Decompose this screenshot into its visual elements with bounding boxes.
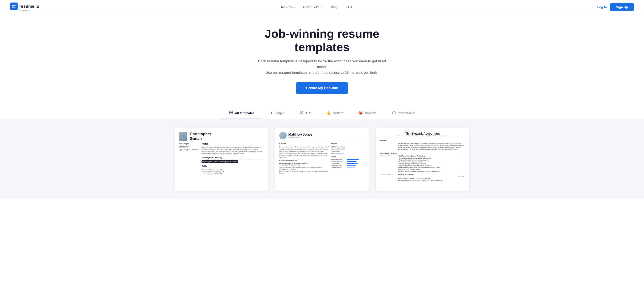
- tab-simple[interactable]: ✦ Simple: [262, 108, 292, 119]
- tab-ats-label: ATS: [305, 111, 311, 115]
- all-templates-icon: [229, 110, 233, 116]
- signup-button[interactable]: Sign Up: [610, 3, 634, 11]
- modern-icon: 🤙: [326, 111, 331, 116]
- header: resume.io by career.io Resume Cover Lett…: [0, 0, 644, 14]
- header-tim: Tim Stewart, Accountant 8 0Gold Street, …: [380, 132, 465, 138]
- svg-rect-5: [231, 111, 233, 112]
- category-tabs: All templates ✦ Simple ATS 🤙 Modern 🦊 Cr…: [0, 102, 644, 119]
- svg-rect-0: [12, 5, 14, 6]
- hero-title: Job-winning resume templates: [248, 27, 396, 54]
- role-matthew: Financial Analyst: [288, 136, 312, 138]
- tab-professional[interactable]: Professional: [384, 108, 423, 119]
- employment-tim: Employment History Nov 201 — Sep 201 Sta…: [380, 152, 465, 181]
- professional-icon: [392, 110, 396, 116]
- tab-ats[interactable]: ATS: [292, 108, 319, 119]
- ats-icon: [299, 110, 304, 116]
- create-resume-button[interactable]: Create My Resume: [296, 82, 348, 94]
- nav-resume[interactable]: Resume: [281, 5, 295, 9]
- svg-rect-1: [14, 5, 16, 6]
- templates-section: ChristopherGonan Psychologist cg52@yahoo…: [0, 119, 644, 199]
- side-matthew: Details 333 Oklahoma RoadNew York, NY 10…: [332, 142, 365, 174]
- nav-faq[interactable]: FAQ: [346, 5, 352, 9]
- svg-rect-3: [14, 6, 16, 8]
- nav-cover-letter[interactable]: Cover Letter: [303, 5, 323, 9]
- svg-point-13: [281, 133, 284, 136]
- sidebar-christopher: Psychologist cg52@yahoo.com(405) 741-518…: [179, 143, 200, 175]
- simple-icon: ✦: [270, 111, 273, 116]
- hero-section: Job-winning resume templates Each resume…: [0, 14, 644, 102]
- name-matthew: Matthew Jones: [288, 133, 312, 136]
- creative-icon: 🦊: [358, 111, 363, 116]
- svg-rect-2: [12, 6, 14, 8]
- template-card-christopher[interactable]: ChristopherGonan Psychologist cg52@yahoo…: [174, 128, 268, 191]
- svg-rect-7: [231, 113, 233, 114]
- svg-point-11: [182, 134, 184, 137]
- main-christopher: Profile Dedicated Psychologist with vast…: [202, 143, 264, 175]
- tab-simple-label: Simple: [274, 111, 284, 115]
- login-button[interactable]: Log In: [597, 5, 607, 9]
- profile-tim: Profile Certified Accountant with five y…: [380, 140, 465, 150]
- avatar-matthew: [279, 132, 286, 139]
- nav-divider: [594, 5, 594, 10]
- name-christopher: ChristopherGonan: [190, 132, 211, 141]
- tab-creative-label: Creative: [365, 111, 376, 115]
- nav-blog[interactable]: Blog: [331, 5, 337, 9]
- tab-all-templates[interactable]: All templates: [221, 108, 262, 119]
- svg-rect-6: [229, 113, 231, 114]
- main-nav: Resume Cover Letter Blog FAQ: [281, 5, 352, 9]
- template-card-tim[interactable]: Tim Stewart, Accountant 8 0Gold Street, …: [376, 128, 470, 191]
- logo-text: resume.io: [19, 4, 39, 9]
- hero-subtitle: Each resume template is designed to foll…: [257, 58, 387, 76]
- avatar-christopher: [179, 132, 187, 141]
- tab-modern[interactable]: 🤙 Modern: [319, 108, 351, 119]
- svg-point-12: [181, 137, 185, 140]
- tab-all-label: All templates: [235, 111, 254, 115]
- template-card-matthew[interactable]: Matthew Jones Financial Analyst ● Profil…: [275, 128, 369, 191]
- svg-rect-4: [229, 111, 231, 112]
- tab-professional-label: Professional: [398, 111, 415, 115]
- logo-sub: by career.io: [19, 9, 30, 12]
- templates-grid: ChristopherGonan Psychologist cg52@yahoo…: [174, 128, 470, 191]
- logo-area: resume.io by career.io: [10, 2, 39, 12]
- auth-area: Log In Sign Up: [594, 3, 634, 11]
- svg-point-14: [280, 136, 285, 139]
- main-matthew: ● Profile Experienced and driven Financi…: [279, 142, 329, 174]
- tab-creative[interactable]: 🦊 Creative: [351, 108, 384, 119]
- tab-modern-label: Modern: [333, 111, 344, 115]
- logo-icon: [10, 2, 18, 10]
